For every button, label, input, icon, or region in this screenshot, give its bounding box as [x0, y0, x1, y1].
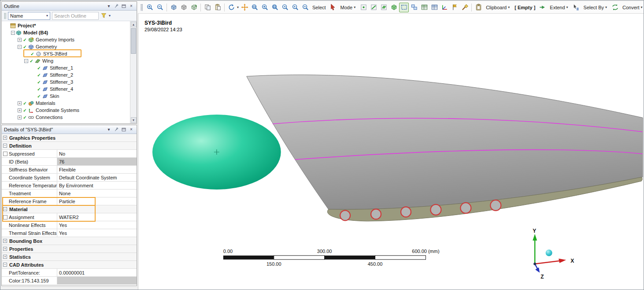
details-row-assignment[interactable]: AssignmentWATER2	[2, 213, 137, 221]
expand-icon[interactable]: +	[3, 136, 7, 140]
details-row-reference-temperature[interactable]: Reference TemperatureBy Environment	[2, 182, 137, 190]
filter-caret-icon[interactable]: ▾	[109, 14, 111, 18]
pan-icon[interactable]	[240, 3, 249, 12]
collapse-icon[interactable]: −	[3, 207, 7, 211]
iso-ball[interactable]	[546, 249, 552, 256]
close-icon[interactable]: ×	[128, 3, 134, 9]
details-property-value[interactable]: Particle	[57, 197, 137, 205]
box-select-icon[interactable]	[399, 3, 409, 12]
tree-item-connections[interactable]: +✓Connections	[2, 114, 130, 121]
multi-select-icon[interactable]	[409, 3, 419, 12]
details-row-reference-frame[interactable]: Reference FrameParticle	[2, 197, 137, 205]
filter-type-dropdown[interactable]: Name ▾	[8, 12, 50, 20]
expand-icon[interactable]: +	[18, 38, 22, 42]
previous-zoom-icon[interactable]	[280, 3, 290, 12]
details-row-nonlinear-effects[interactable]: Nonlinear EffectsYes	[2, 221, 137, 229]
zoom-out-icon[interactable]	[155, 3, 165, 12]
previous-view-icon[interactable]	[179, 3, 189, 12]
zoom-out-tool-icon[interactable]	[300, 3, 310, 12]
tree-item-stiffener-4[interactable]: ✓Stiffener_4	[2, 86, 130, 93]
details-row-coordinate-system[interactable]: Coordinate SystemDefault Coordinate Syst…	[2, 174, 137, 182]
selection-worksheet-icon[interactable]	[419, 3, 429, 12]
select-by-button[interactable]: Select By▾	[581, 4, 610, 11]
scroll-track[interactable]	[131, 27, 137, 117]
expand-icon[interactable]: +	[3, 239, 7, 243]
search-outline-input[interactable]	[52, 12, 99, 20]
filter-row-grip[interactable]	[4, 13, 6, 19]
coordinate-readout-icon[interactable]	[440, 3, 449, 12]
collapse-icon[interactable]: −	[3, 144, 7, 148]
pin-icon[interactable]	[113, 3, 119, 9]
checkbox[interactable]	[3, 215, 7, 219]
view-triad[interactable]: Y X Z	[533, 228, 574, 280]
tree-item-materials[interactable]: +✓Materials	[2, 100, 130, 107]
details-property-value[interactable]: Default Coordinate System	[57, 174, 137, 181]
convert-icon[interactable]	[610, 3, 620, 12]
details-row-thermal-strain-effects[interactable]: Thermal Strain EffectsYes	[2, 229, 137, 237]
panel-menu-caret-icon[interactable]: ▾	[106, 126, 112, 133]
details-row-suppressed[interactable]: SuppressedNo	[2, 150, 137, 158]
rescale-annotation-icon[interactable]	[189, 3, 199, 12]
face-filter-icon[interactable]	[379, 3, 389, 12]
rotate-caret-icon[interactable]: ▾	[237, 5, 239, 9]
zoom-tool-icon[interactable]	[260, 3, 270, 12]
label-tag-icon[interactable]	[450, 3, 459, 12]
probe-icon[interactable]	[460, 3, 470, 12]
expand-icon[interactable]: +	[3, 247, 7, 251]
details-row-treatment[interactable]: TreatmentNone	[2, 190, 137, 197]
3d-scene[interactable]: 0.00 300.00 600.00 (mm) 150.00 450.00 Y …	[138, 14, 644, 290]
expand-icon[interactable]: +	[18, 108, 22, 112]
box-zoom-icon[interactable]	[250, 3, 259, 12]
details-section-bounding-box[interactable]: +Bounding Box	[2, 237, 137, 245]
tree-item-geometry-imports[interactable]: +✓Geometry Imports	[2, 36, 130, 43]
scroll-thumb[interactable]	[131, 28, 136, 54]
tree-item-geometry[interactable]: −✓Geometry	[2, 43, 130, 50]
details-section-graphics-properties[interactable]: +Graphics Properties	[2, 134, 137, 142]
clipboard-button[interactable]: Clipboard▾	[484, 4, 512, 11]
float-panel-icon[interactable]	[121, 3, 127, 9]
details-row-color-175-143-159[interactable]: Color:175.143.159	[2, 277, 137, 285]
collapse-icon[interactable]: −	[3, 263, 7, 267]
tree-item-coordinate-systems[interactable]: +✓Coordinate Systems	[2, 107, 130, 114]
outline-scrollbar[interactable]: ▲ ▼	[130, 21, 137, 123]
select-mode-icon[interactable]	[328, 3, 338, 12]
details-property-value[interactable]: Flexible	[57, 166, 137, 173]
expand-icon[interactable]: +	[3, 255, 7, 259]
tree-item-stiffener-1[interactable]: ✓Stiffener_1	[2, 64, 130, 71]
pin-icon[interactable]	[113, 126, 119, 133]
expand-icon[interactable]: +	[18, 101, 22, 105]
details-property-value[interactable]: 0.00000001	[57, 269, 137, 276]
details-property-value[interactable]: By Environment	[57, 182, 137, 189]
details-row-id-beta[interactable]: ID (Beta)76	[2, 158, 137, 166]
panel-menu-caret-icon[interactable]: ▾	[106, 3, 112, 9]
zoom-in-icon[interactable]	[145, 3, 155, 12]
expand-icon[interactable]: +	[18, 115, 22, 119]
details-property-value[interactable]: Yes	[57, 221, 137, 229]
tree-item-sys-3-bird[interactable]: ✓SYS-3\Bird	[2, 50, 130, 57]
details-row-parttolerance[interactable]: PartTolerance:0.00000001	[2, 269, 137, 277]
details-property-value[interactable]: 76	[57, 158, 137, 165]
details-section-definition[interactable]: −Definition	[2, 142, 137, 150]
vertex-filter-icon[interactable]	[359, 3, 368, 12]
scroll-up-icon[interactable]: ▲	[131, 22, 137, 27]
convert-button[interactable]: Convert▾	[620, 4, 644, 11]
tree-item-stiffener-2[interactable]: ✓Stiffener_2	[2, 71, 130, 78]
close-icon[interactable]: ×	[128, 126, 134, 133]
details-property-value[interactable]: WATER2	[57, 213, 137, 221]
toolbar-grip[interactable]	[141, 4, 143, 11]
float-panel-icon[interactable]	[121, 126, 127, 133]
details-property-value[interactable]: None	[57, 190, 137, 197]
selection-information-icon[interactable]	[429, 3, 439, 12]
collapse-icon[interactable]: −	[18, 45, 22, 49]
rotate-icon[interactable]	[226, 3, 236, 12]
details-section-material[interactable]: −Material	[2, 205, 137, 213]
viewport[interactable]: 0.00 300.00 600.00 (mm) 150.00 450.00 Y …	[138, 14, 644, 290]
checkbox[interactable]	[3, 152, 7, 156]
tree-item-wing[interactable]: −✓Wing	[2, 57, 130, 64]
mode-button[interactable]: Mode▾	[338, 4, 359, 11]
details-property-value[interactable]: No	[57, 150, 137, 157]
copy-icon[interactable]	[203, 3, 212, 12]
paste-icon[interactable]	[213, 3, 222, 12]
zoom-to-fit-icon[interactable]	[270, 3, 280, 12]
details-property-value[interactable]	[57, 277, 137, 284]
